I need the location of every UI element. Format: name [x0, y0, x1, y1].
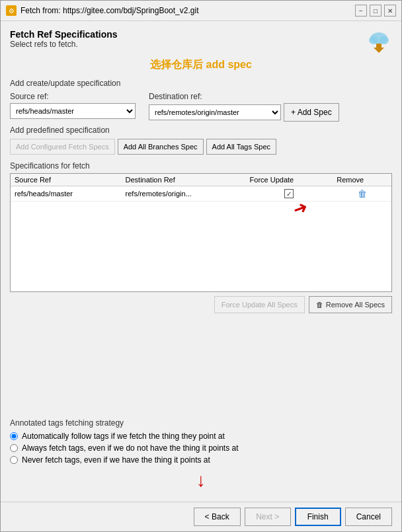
row-dest-ref: refs/remotes/origin...	[122, 186, 246, 202]
col-remove: Remove	[333, 174, 391, 186]
remove-all-label: Remove All Specs	[326, 301, 385, 309]
title-bar: ⚙ Fetch from: https://gitee.com/bdj/Spri…	[1, 1, 401, 21]
window-title: Fetch from: https://gitee.com/bdj/Spring…	[20, 6, 198, 15]
remove-all-icon: 🗑	[316, 301, 323, 309]
radio-item-always: Always fetch tags, even if we do not hav…	[10, 443, 392, 453]
svg-point-1	[369, 36, 378, 44]
minimize-button[interactable]: −	[355, 5, 367, 17]
content-area: Fetch Ref Specifications Select refs to …	[1, 21, 401, 502]
window-icon: ⚙	[6, 5, 17, 16]
dest-ref-group: Destination ref: refs/remotes/origin/mas…	[149, 92, 392, 122]
add-spec-button[interactable]: + Add Spec	[284, 103, 339, 122]
col-dest-ref: Destination Ref	[122, 174, 246, 186]
add-all-tags-spec-button[interactable]: Add All Tags Spec	[206, 139, 276, 155]
add-spec-section-title: Add create/update specification	[10, 79, 392, 88]
row-remove-cell: 🗑	[333, 186, 391, 202]
specs-table-container: Source Ref Destination Ref Force Update …	[10, 173, 392, 292]
cloud-download-icon	[366, 29, 392, 56]
specs-table: Source Ref Destination Ref Force Update …	[11, 174, 391, 202]
specs-table-section: Specifications for fetch Source Ref Dest…	[10, 161, 392, 409]
source-ref-group: Source ref: refs/heads/master	[10, 92, 142, 122]
cloud-icon-area	[366, 29, 392, 56]
radio-always[interactable]	[10, 444, 18, 452]
radio-item-never: Never fetch tags, even if we have the th…	[10, 455, 392, 465]
table-with-arrow: Source Ref Destination Ref Force Update …	[10, 173, 392, 292]
specs-table-header: Source Ref Destination Ref Force Update …	[11, 174, 391, 186]
force-update-checkbox[interactable]: ✓	[284, 189, 294, 198]
svg-point-2	[380, 36, 389, 44]
predefined-buttons: Add Configured Fetch Specs Add All Branc…	[10, 139, 392, 155]
page-title: Fetch Ref Specifications	[10, 29, 118, 40]
annotated-section-title: Annotated tags fetching strategy	[10, 418, 392, 428]
close-button[interactable]: ✕	[384, 5, 396, 17]
back-button[interactable]: < Back	[194, 508, 241, 526]
table-header-row: Source Ref Destination Ref Force Update …	[11, 174, 391, 186]
cancel-button[interactable]: Cancel	[345, 508, 392, 526]
page-header: Fetch Ref Specifications Select refs to …	[10, 29, 392, 56]
finish-button[interactable]: Finish	[295, 508, 341, 526]
radio-item-auto: Automatically follow tags if we fetch th…	[10, 432, 392, 441]
dest-ref-label: Destination ref:	[149, 92, 392, 101]
footer: < Back Next > Finish Cancel	[1, 502, 401, 531]
specs-table-body: refs/heads/master refs/remotes/origin...…	[11, 186, 391, 202]
remove-row-button[interactable]: 🗑	[358, 188, 367, 199]
add-configured-fetch-specs-button[interactable]: Add Configured Fetch Specs	[10, 139, 115, 155]
main-window: ⚙ Fetch from: https://gitee.com/bdj/Spri…	[0, 0, 402, 532]
force-update-all-specs-button[interactable]: Force Update All Specs	[214, 296, 305, 313]
dest-select-wrapper: refs/remotes/origin/master + Add Spec	[149, 103, 392, 122]
finish-arrow-container: ↓	[10, 470, 392, 491]
add-spec-form-row: Source ref: refs/heads/master Destinatio…	[10, 92, 392, 122]
radio-auto-label: Automatically follow tags if we fetch th…	[22, 432, 225, 441]
add-all-branches-spec-button[interactable]: Add All Branches Spec	[118, 139, 204, 155]
radio-group: Automatically follow tags if we fetch th…	[10, 432, 392, 465]
page-subtitle: Select refs to fetch.	[10, 40, 118, 49]
specs-table-section-title: Specifications for fetch	[10, 161, 392, 171]
radio-never[interactable]	[10, 456, 18, 464]
maximize-button[interactable]: □	[370, 5, 382, 17]
radio-always-label: Always fetch tags, even if we do not hav…	[22, 443, 239, 453]
row-force-update-cell: ✓	[246, 186, 333, 202]
predefined-section: Add predefined specification Add Configu…	[10, 126, 392, 155]
annotated-section: Annotated tags fetching strategy Automat…	[10, 418, 392, 465]
source-ref-select[interactable]: refs/heads/master	[10, 103, 136, 119]
row-source-ref: refs/heads/master	[11, 186, 122, 202]
page-header-text: Fetch Ref Specifications Select refs to …	[10, 29, 118, 52]
dest-ref-select[interactable]: refs/remotes/origin/master	[149, 104, 281, 120]
next-button[interactable]: Next >	[245, 508, 291, 526]
title-bar-controls: − □ ✕	[355, 5, 396, 17]
chinese-label: 选择仓库后 add spec	[10, 58, 392, 72]
table-row: refs/heads/master refs/remotes/origin...…	[11, 186, 391, 202]
radio-never-label: Never fetch tags, even if we have the th…	[22, 455, 210, 465]
source-ref-label: Source ref:	[10, 92, 142, 101]
svg-marker-4	[374, 48, 384, 53]
finish-arrow-icon: ↓	[196, 470, 206, 491]
predefined-section-title: Add predefined specification	[10, 126, 392, 135]
table-actions: Force Update All Specs 🗑 Remove All Spec…	[10, 296, 392, 313]
radio-auto[interactable]	[10, 432, 18, 440]
title-bar-left: ⚙ Fetch from: https://gitee.com/bdj/Spri…	[6, 5, 198, 16]
col-source-ref: Source Ref	[11, 174, 122, 186]
col-force-update: Force Update	[246, 174, 333, 186]
remove-all-specs-button[interactable]: 🗑 Remove All Specs	[309, 296, 392, 313]
